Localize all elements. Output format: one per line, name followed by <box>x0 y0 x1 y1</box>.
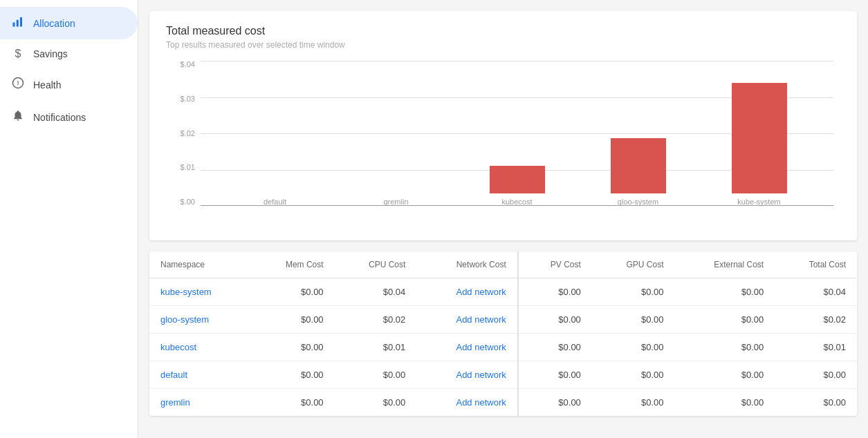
svg-rect-2 <box>20 17 22 27</box>
svg-rect-0 <box>13 23 15 27</box>
allocation-icon <box>11 15 25 31</box>
table-row: default $0.00 $0.00 Add network $0.00 $0… <box>149 361 857 389</box>
notifications-icon <box>11 109 25 125</box>
table-card: Namespace Mem Cost CPU Cost Network Cost… <box>149 251 857 416</box>
table-body: kube-system $0.00 $0.04 Add network $0.0… <box>149 278 857 417</box>
cell-namespace-2[interactable]: kubecost <box>149 334 251 361</box>
bar-group-kubecost: kubecost <box>456 166 578 206</box>
add-network-link-4[interactable]: Add network <box>456 397 506 408</box>
cell-namespace-1[interactable]: gloo-system <box>149 306 251 334</box>
table-header-row: Namespace Mem Cost CPU Cost Network Cost… <box>149 251 857 278</box>
cell-total-cost-2: $0.01 <box>775 334 857 361</box>
sidebar-item-health[interactable]: ! Health <box>0 68 138 101</box>
cell-mem-cost-3: $0.00 <box>251 361 335 389</box>
cell-cpu-cost-2: $0.01 <box>335 334 417 361</box>
bar-group-default: default <box>214 193 335 206</box>
cell-mem-cost-2: $0.00 <box>251 334 335 361</box>
chart-title: Total measured cost <box>166 25 840 37</box>
col-header-network-cost: Network Cost <box>416 251 517 278</box>
cell-cpu-cost-1: $0.02 <box>335 306 417 334</box>
bar-label-kube-system: kube-system <box>737 198 780 206</box>
chart-card: Total measured cost Top results measured… <box>149 11 857 240</box>
chart-subtitle: Top results measured over selected time … <box>166 40 840 50</box>
table-row: kubecost $0.00 $0.01 Add network $0.00 $… <box>149 334 857 361</box>
y-label-4: $.00 <box>181 198 195 206</box>
cell-total-cost-0: $0.04 <box>775 278 857 306</box>
bar-gloo-system <box>611 138 666 193</box>
bar-group-gremlin: gremlin <box>335 193 456 206</box>
bar-label-gloo-system: gloo-system <box>618 198 658 206</box>
add-network-link-2[interactable]: Add network <box>456 342 506 352</box>
cell-total-cost-3: $0.00 <box>775 361 857 389</box>
data-table: Namespace Mem Cost CPU Cost Network Cost… <box>149 251 857 416</box>
namespace-link-3[interactable]: default <box>160 370 187 380</box>
cell-cpu-cost-4: $0.00 <box>335 389 417 417</box>
namespace-link-2[interactable]: kubecost <box>160 342 196 352</box>
savings-icon: $ <box>11 48 25 60</box>
cell-total-cost-1: $0.02 <box>775 306 857 334</box>
table-row: gloo-system $0.00 $0.02 Add network $0.0… <box>149 306 857 334</box>
add-network-link-3[interactable]: Add network <box>456 370 506 380</box>
cell-network-cost-4[interactable]: Add network <box>416 389 517 417</box>
cell-namespace-0[interactable]: kube-system <box>149 278 251 306</box>
add-network-link-0[interactable]: Add network <box>456 287 506 297</box>
cell-namespace-3[interactable]: default <box>149 361 251 389</box>
col-header-total-cost: Total Cost <box>775 251 857 278</box>
health-icon: ! <box>11 77 25 93</box>
cell-pv-cost-1: $0.00 <box>518 306 592 334</box>
sidebar-item-savings[interactable]: $ Savings <box>0 39 138 68</box>
main-content: Total measured cost Top results measured… <box>138 0 868 438</box>
namespace-link-1[interactable]: gloo-system <box>160 314 209 325</box>
cell-network-cost-3[interactable]: Add network <box>416 361 517 389</box>
cell-external-cost-2: $0.00 <box>675 334 775 361</box>
col-header-external-cost: External Cost <box>675 251 775 278</box>
col-header-gpu-cost: GPU Cost <box>592 251 675 278</box>
cell-pv-cost-3: $0.00 <box>518 361 592 389</box>
bar-label-default: default <box>264 198 286 206</box>
bar-group-gloo-system: gloo-system <box>578 138 699 206</box>
col-header-cpu-cost: CPU Cost <box>335 251 417 278</box>
cell-pv-cost-0: $0.00 <box>518 278 592 306</box>
col-header-namespace: Namespace <box>149 251 251 278</box>
sidebar-item-notifications[interactable]: Notifications <box>0 101 138 133</box>
cell-gpu-cost-0: $0.00 <box>592 278 675 306</box>
chart-plot: default gremlin kubecost gloo-system <box>201 61 833 206</box>
cell-network-cost-0[interactable]: Add network <box>416 278 517 306</box>
y-axis: $.04 $.03 $.02 $.01 $.00 <box>166 61 201 206</box>
add-network-link-1[interactable]: Add network <box>456 314 506 325</box>
bar-kube-system <box>732 83 787 193</box>
y-label-2: $.02 <box>181 130 195 137</box>
bar-label-kubecost: kubecost <box>501 198 532 206</box>
cell-external-cost-1: $0.00 <box>675 306 775 334</box>
cell-cpu-cost-3: $0.00 <box>335 361 417 389</box>
sidebar-item-allocation[interactable]: Allocation <box>0 7 138 39</box>
bar-kubecost <box>490 166 545 193</box>
namespace-link-0[interactable]: kube-system <box>160 287 212 297</box>
cell-mem-cost-0: $0.00 <box>251 278 335 306</box>
sidebar-item-allocation-label: Allocation <box>33 18 75 29</box>
cell-total-cost-4: $0.00 <box>775 389 857 417</box>
bar-label-gremlin: gremlin <box>383 198 408 206</box>
svg-text:!: ! <box>17 79 19 86</box>
sidebar: Allocation $ Savings ! Health Notificati… <box>0 0 138 438</box>
sidebar-item-notifications-label: Notifications <box>33 112 86 123</box>
cell-gpu-cost-2: $0.00 <box>592 334 675 361</box>
cell-namespace-4[interactable]: gremlin <box>149 389 251 417</box>
namespace-link-4[interactable]: gremlin <box>160 397 190 408</box>
cell-external-cost-3: $0.00 <box>675 361 775 389</box>
cell-external-cost-4: $0.00 <box>675 389 775 417</box>
y-label-1: $.03 <box>181 95 195 103</box>
table-row: gremlin $0.00 $0.00 Add network $0.00 $0… <box>149 389 857 417</box>
cell-external-cost-0: $0.00 <box>675 278 775 306</box>
cell-network-cost-2[interactable]: Add network <box>416 334 517 361</box>
bars-container: default gremlin kubecost gloo-system <box>201 61 833 206</box>
cell-network-cost-1[interactable]: Add network <box>416 306 517 334</box>
cell-gpu-cost-1: $0.00 <box>592 306 675 334</box>
sidebar-item-health-label: Health <box>33 79 61 91</box>
cell-pv-cost-4: $0.00 <box>518 389 592 417</box>
cell-pv-cost-2: $0.00 <box>518 334 592 361</box>
cell-gpu-cost-4: $0.00 <box>592 389 675 417</box>
y-label-3: $.01 <box>181 164 195 171</box>
chart-area: $.04 $.03 $.02 $.01 $.00 <box>166 61 840 227</box>
cell-mem-cost-1: $0.00 <box>251 306 335 334</box>
